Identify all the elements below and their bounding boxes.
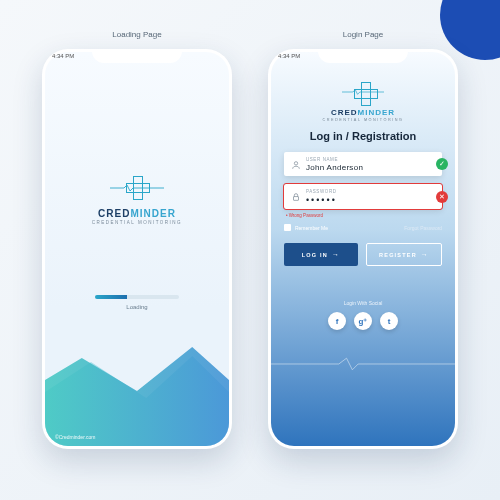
password-value: •••••• (306, 195, 435, 205)
password-field[interactable]: PASSWORD •••••• ✕ (284, 184, 442, 209)
wave-decor-front (45, 336, 229, 446)
arrow-right-icon: → (332, 251, 340, 258)
ecg-line-decor (271, 356, 455, 372)
password-label: PASSWORD (306, 189, 435, 194)
copyright-text: ©Credminder.com (55, 434, 95, 440)
phone-notch (318, 49, 408, 63)
brand-part1: CRED (331, 108, 358, 117)
password-error-msg: • Wrong Password (286, 213, 442, 218)
facebook-login-button[interactable]: f (328, 312, 346, 330)
brand-logo: CREDMINDER CREDENTIAL MONITORING (322, 80, 403, 122)
svg-point-0 (294, 161, 297, 164)
login-heading: Log in / Registration (310, 130, 416, 142)
login-button-label: LOG IN (302, 252, 328, 258)
brand-logo: CREDMINDER CREDENTIAL MONITORING (92, 172, 182, 225)
forgot-password-link[interactable]: Forgot Password (404, 225, 442, 231)
facebook-icon: f (336, 317, 339, 326)
brand-part1: CRED (98, 208, 130, 219)
loading-progress-fill (95, 295, 127, 299)
phone-notch (92, 49, 182, 63)
status-time: 4:34 PM (278, 53, 300, 59)
social-login-label: Login With Social (344, 300, 383, 306)
brand-part2: MINDER (358, 108, 396, 117)
phone-login: 4:34 PM CREDMINDER CREDENTIAL MON (268, 49, 458, 449)
loading-label: Loading (95, 304, 179, 310)
google-login-button[interactable]: g⁺ (354, 312, 372, 330)
caption-login: Login Page (343, 30, 383, 39)
svg-rect-1 (293, 197, 298, 201)
status-time: 4:34 PM (52, 53, 74, 59)
username-value: John Anderson (306, 163, 435, 172)
register-button-label: REGISTER (379, 252, 417, 258)
loading-progress-bar (95, 295, 179, 299)
ecg-pulse-icon (110, 185, 164, 191)
twitter-login-button[interactable]: t (380, 312, 398, 330)
brand-tagline: CREDENTIAL MONITORING (92, 220, 182, 225)
brand-tagline: CREDENTIAL MONITORING (322, 118, 403, 122)
error-icon: ✕ (436, 191, 448, 203)
remember-me-checkbox[interactable]: Remember Me (284, 224, 328, 231)
caption-loading: Loading Page (112, 30, 161, 39)
username-label: USER NAME (306, 157, 435, 162)
brand-part2: MINDER (130, 208, 175, 219)
logo-cross-icon (122, 172, 152, 202)
checkbox-icon (284, 224, 291, 231)
phone-loading: 4:34 PM CREDMINDER CREDENTIAL MON (42, 49, 232, 449)
lock-icon (291, 192, 301, 202)
register-button[interactable]: REGISTER → (366, 243, 442, 266)
ecg-pulse-icon (342, 89, 384, 95)
arrow-right-icon: → (421, 251, 429, 258)
logo-cross-icon (352, 80, 374, 102)
google-icon: g⁺ (359, 317, 368, 326)
check-icon: ✓ (436, 158, 448, 170)
user-icon (291, 160, 301, 170)
login-button[interactable]: LOG IN → (284, 243, 358, 266)
twitter-icon: t (388, 317, 391, 326)
username-field[interactable]: USER NAME John Anderson ✓ (284, 152, 442, 176)
remember-label: Remember Me (295, 225, 328, 231)
